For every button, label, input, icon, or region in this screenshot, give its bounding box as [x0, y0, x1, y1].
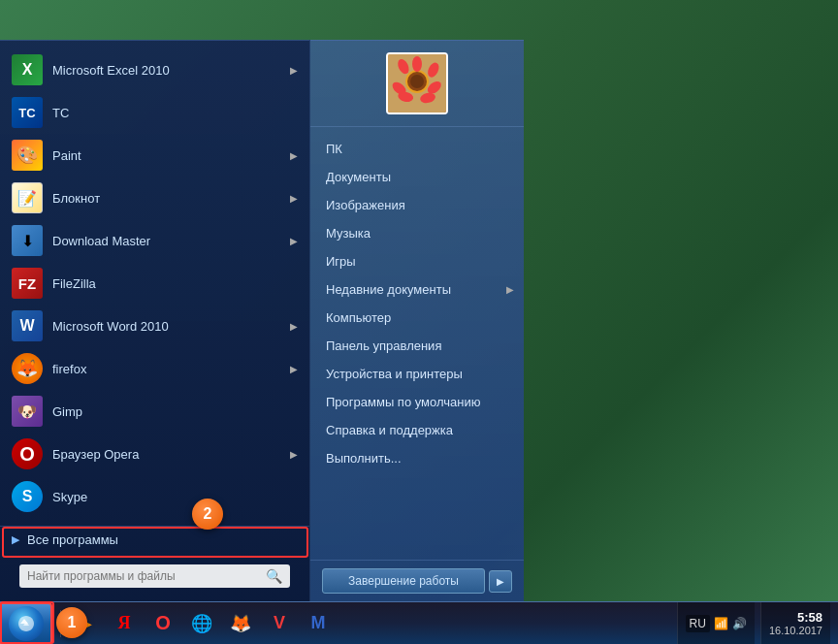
annotation-2-label: 2 — [204, 505, 212, 523]
right-menu-item-run-label: Выполнить... — [326, 451, 402, 466]
menu-item-filezilla[interactable]: FZ FileZilla — [0, 262, 309, 305]
word-arrow-icon: ▶ — [290, 321, 298, 332]
clock-time: 5:58 — [769, 610, 822, 625]
annotation-1: 1 — [56, 607, 87, 638]
menu-item-tc-label: TC — [52, 106, 298, 120]
taskbar-app-maxthon[interactable]: M — [300, 606, 337, 641]
word-icon: W — [12, 310, 43, 341]
paint-arrow-icon: ▶ — [290, 150, 298, 161]
right-menu-item-computer[interactable]: Компьютер — [310, 304, 524, 332]
menu-item-firefox[interactable]: 🦊 firefox ▶ — [0, 347, 309, 390]
right-menu-item-default-programs[interactable]: Программы по умолчанию — [310, 388, 524, 416]
right-menu-item-games[interactable]: Игры — [310, 247, 524, 275]
all-programs-label: Все программы — [27, 532, 118, 547]
annotation-1-label: 1 — [68, 614, 77, 631]
search-bar: 🔍 — [19, 564, 290, 588]
right-menu-item-control-panel-label: Панель управления — [326, 338, 441, 353]
dm-arrow-icon: ▶ — [290, 236, 298, 246]
right-menu-item-help[interactable]: Справка и поддержка — [310, 416, 524, 444]
menu-item-gimp-label: Gimp — [52, 404, 298, 419]
firefox-icon: 🦊 — [12, 353, 43, 384]
menu-item-paint-label: Paint — [52, 148, 290, 163]
filezilla-icon: FZ — [12, 268, 43, 299]
shutdown-bar: Завершение работы ▶ — [310, 560, 524, 601]
menu-item-dm[interactable]: ⬇ Download Master ▶ — [0, 219, 309, 262]
right-menu-item-music-label: Музыка — [326, 226, 371, 241]
svg-point-2 — [412, 56, 422, 72]
right-menu-item-games-label: Игры — [326, 254, 356, 269]
svg-point-10 — [410, 75, 424, 88]
dm-icon: ⬇ — [12, 225, 43, 256]
taskbar-apps: ▶ Я O 🌐 🦊 V M — [52, 602, 340, 644]
start-button[interactable] — [0, 602, 52, 645]
right-menu-item-music[interactable]: Музыка — [310, 219, 524, 247]
search-input[interactable] — [27, 569, 266, 583]
right-menu-item-pc[interactable]: ПК — [310, 135, 524, 163]
search-icon[interactable]: 🔍 — [266, 568, 282, 584]
taskbar-app-firefox[interactable]: 🦊 — [222, 606, 259, 641]
right-menu-item-run[interactable]: Выполнить... — [310, 444, 524, 472]
clock-date: 16.10.2017 — [769, 625, 822, 636]
notepad-arrow-icon: ▶ — [290, 193, 298, 204]
right-menu-item-images-label: Изображения — [326, 198, 405, 212]
menu-item-skype[interactable]: S Skype — [0, 475, 309, 518]
right-menu-item-default-programs-label: Программы по умолчанию — [326, 395, 480, 409]
menu-item-opera[interactable]: O Браузер Opera ▶ — [0, 433, 309, 475]
menu-item-paint[interactable]: 🎨 Paint ▶ — [0, 134, 309, 177]
menu-item-filezilla-label: FileZilla — [52, 276, 298, 291]
right-menu-item-images[interactable]: Изображения — [310, 191, 524, 219]
tray-volume-icon: 🔊 — [732, 617, 747, 630]
menu-item-word[interactable]: W Microsoft Word 2010 ▶ — [0, 305, 309, 347]
menu-item-word-label: Microsoft Word 2010 — [52, 319, 290, 334]
opera-icon: O — [12, 438, 43, 469]
shutdown-button[interactable]: Завершение работы — [322, 568, 485, 594]
right-menu-item-documents-label: Документы — [326, 170, 391, 184]
taskbar-app-vivaldi[interactable]: V — [261, 606, 298, 641]
right-menu-item-recent[interactable]: Недавние документы ▶ — [310, 275, 524, 304]
menu-item-opera-label: Браузер Opera — [52, 447, 290, 462]
desktop: X Microsoft Excel 2010 ▶ TC TC 🎨 — [0, 0, 838, 644]
taskbar-app-yandex[interactable]: Я — [106, 606, 143, 641]
right-menu-item-help-label: Справка и поддержка — [326, 423, 453, 437]
right-menu-item-pc-label: ПК — [326, 142, 342, 156]
system-clock[interactable]: 5:58 16.10.2017 — [760, 602, 830, 645]
menu-item-skype-label: Skype — [52, 490, 298, 504]
taskbar-right: RU 📶 🔊 5:58 16.10.2017 — [677, 602, 838, 645]
shutdown-arrow-button[interactable]: ▶ — [489, 570, 512, 593]
right-menu-item-recent-label: Недавние документы — [326, 282, 451, 297]
search-bar-container: 🔍 — [0, 553, 309, 601]
paint-icon: 🎨 — [12, 140, 43, 171]
right-menu-items: ПК Документы Изображения Музыка Игры Нед… — [310, 127, 524, 560]
menu-item-dm-label: Download Master — [52, 234, 290, 248]
annotation-2: 2 — [192, 499, 223, 530]
right-menu-item-devices[interactable]: Устройства и принтеры — [310, 360, 524, 388]
skype-icon: S — [12, 481, 43, 512]
right-menu-item-control-panel[interactable]: Панель управления — [310, 332, 524, 360]
menu-item-gimp[interactable]: 🐶 Gimp — [0, 390, 309, 433]
taskbar: ▶ Я O 🌐 🦊 V M RU 📶 🔊 5:58 16.10.2017 — [0, 601, 838, 644]
right-menu-item-devices-label: Устройства и принтеры — [326, 367, 463, 381]
menu-item-excel[interactable]: X Microsoft Excel 2010 ▶ — [0, 48, 309, 91]
recent-arrow-icon: ▶ — [506, 284, 514, 295]
menu-item-notepad[interactable]: 📝 Блокнот ▶ — [0, 177, 309, 219]
start-menu-left: X Microsoft Excel 2010 ▶ TC TC 🎨 — [0, 40, 310, 601]
user-avatar — [386, 52, 448, 114]
notepad-icon: 📝 — [12, 182, 43, 213]
taskbar-app-opera[interactable]: O — [145, 606, 181, 641]
all-programs-arrow-icon: ▶ — [12, 533, 19, 546]
right-menu-item-computer-label: Компьютер — [326, 310, 391, 325]
opera-arrow-icon: ▶ — [290, 449, 298, 460]
system-tray: RU 📶 🔊 — [677, 602, 755, 645]
all-programs-button[interactable]: ▶ Все программы — [0, 527, 309, 553]
menu-item-firefox-label: firefox — [52, 362, 290, 376]
right-menu-item-documents[interactable]: Документы — [310, 163, 524, 191]
gimp-icon: 🐶 — [12, 396, 43, 427]
menu-item-tc[interactable]: TC TC — [0, 91, 309, 134]
tray-network-icon: 📶 — [714, 617, 728, 630]
menu-item-notepad-label: Блокнот — [52, 191, 290, 206]
excel-icon: X — [12, 54, 43, 85]
firefox-arrow-icon: ▶ — [290, 364, 298, 374]
tray-lang: RU — [686, 615, 710, 632]
start-menu-right: ПК Документы Изображения Музыка Игры Нед… — [310, 40, 524, 601]
taskbar-app-chrome[interactable]: 🌐 — [183, 606, 220, 641]
